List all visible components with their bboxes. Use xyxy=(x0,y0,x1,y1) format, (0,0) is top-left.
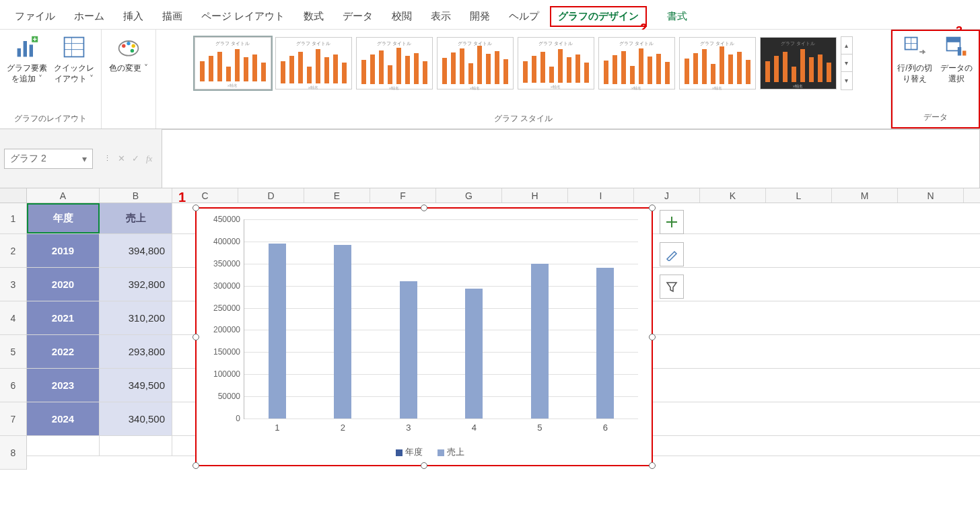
tab-file[interactable]: ファイル xyxy=(7,6,63,27)
col-header-D[interactable]: D xyxy=(238,188,304,203)
chart-bar[interactable] xyxy=(465,289,483,418)
add-chart-element-button[interactable]: グラフ要素を追加 xyxy=(7,34,47,84)
cancel-formula-button[interactable]: ✕ xyxy=(118,153,125,163)
col-header-I[interactable]: I xyxy=(568,188,634,203)
name-box[interactable]: グラフ 2▾ xyxy=(4,149,93,169)
tab-format[interactable]: 書式 xyxy=(659,6,695,27)
cell-A3[interactable]: 2020 xyxy=(27,268,100,301)
row-header-3[interactable]: 3 xyxy=(0,268,26,301)
row-header-1[interactable]: 1 xyxy=(0,203,26,234)
row-header-4[interactable]: 4 xyxy=(0,301,26,335)
switch-row-col-button[interactable]: 行/列の切り替え xyxy=(897,34,933,84)
tab-developer[interactable]: 開発 xyxy=(462,6,498,27)
group-chart-styles: グラフ タイトルx軸名グラフ タイトルx軸名グラフ タイトルx軸名グラフ タイト… xyxy=(156,30,891,129)
col-header-G[interactable]: G xyxy=(436,188,502,203)
cell-A6[interactable]: 2023 xyxy=(27,369,100,402)
select-data-icon xyxy=(943,34,970,61)
cell-A7[interactable]: 2024 xyxy=(27,402,100,435)
cell-A1[interactable]: 年度 xyxy=(27,203,100,233)
col-header-N[interactable]: N xyxy=(898,188,964,203)
x-tick: 3 xyxy=(406,423,411,433)
tab-insert[interactable]: 挿入 xyxy=(115,6,151,27)
tab-draw[interactable]: 描画 xyxy=(154,6,190,27)
chart-elements-button[interactable] xyxy=(660,210,684,234)
chart-bar[interactable] xyxy=(334,245,351,418)
confirm-formula-button[interactable]: ✓ xyxy=(132,153,139,163)
col-header-E[interactable]: E xyxy=(304,188,370,203)
row-header-8[interactable]: 8 xyxy=(0,436,26,470)
cell-A5[interactable]: 2022 xyxy=(27,335,100,368)
chart-bar[interactable] xyxy=(269,244,286,418)
col-header-F[interactable]: F xyxy=(370,188,436,203)
chart-style-thumb-8[interactable]: グラフ タイトルx軸名 xyxy=(760,37,837,89)
col-header-K[interactable]: K xyxy=(700,188,766,203)
group-data: 行/列の切り替え データの選択 データ xyxy=(891,30,980,129)
select-all-corner[interactable] xyxy=(0,188,27,203)
x-tick: 6 xyxy=(603,423,608,433)
tab-page-layout[interactable]: ページ レイアウト xyxy=(193,6,293,27)
col-header-L[interactable]: L xyxy=(766,188,832,203)
col-header-M[interactable]: M xyxy=(832,188,898,203)
group-label-data: データ xyxy=(897,109,975,127)
worksheet-grid: ABCDEFGHIJKLMN 12345678 1 年度売上2019394,80… xyxy=(0,188,980,510)
quick-layout-button[interactable]: クイックレイアウト xyxy=(54,34,94,84)
svg-rect-1 xyxy=(24,41,27,57)
tab-formulas[interactable]: 数式 xyxy=(295,6,332,27)
cell-B3[interactable]: 392,800 xyxy=(100,268,172,301)
y-tick: 0 xyxy=(236,414,240,423)
tab-chart-design[interactable]: グラフのデザイン xyxy=(550,6,647,27)
chart-filters-button[interactable] xyxy=(660,275,684,299)
tab-help[interactable]: ヘルプ xyxy=(501,6,547,27)
cell-B4[interactable]: 310,200 xyxy=(100,301,172,334)
embedded-chart[interactable]: 0500001000001500002000002500003000003500… xyxy=(195,207,653,466)
chart-styles-button[interactable] xyxy=(660,242,684,266)
row-header-2[interactable]: 2 xyxy=(0,234,26,268)
row-header-7[interactable]: 7 xyxy=(0,402,26,436)
row-header-6[interactable]: 6 xyxy=(0,369,26,402)
group-chart-layout: グラフ要素を追加 クイックレイアウト グラフのレイアウト xyxy=(0,30,102,129)
y-tick: 450000 xyxy=(213,215,240,224)
tab-view[interactable]: 表示 xyxy=(423,6,459,27)
svg-point-9 xyxy=(122,44,125,48)
row-header-5[interactable]: 5 xyxy=(0,335,26,369)
change-colors-button[interactable]: 色の変更 xyxy=(108,34,149,74)
col-header-B[interactable]: B xyxy=(100,188,172,203)
group-label-styles: グラフ スタイル xyxy=(163,110,884,129)
cell-B2[interactable]: 394,800 xyxy=(100,234,172,267)
tab-data[interactable]: データ xyxy=(335,6,381,27)
cell-B5[interactable]: 293,800 xyxy=(100,335,172,368)
quick-layout-icon xyxy=(61,34,88,61)
chart-style-thumb-6[interactable]: グラフ タイトルx軸名 xyxy=(598,37,675,89)
svg-point-10 xyxy=(127,42,130,45)
chart-bar[interactable] xyxy=(596,268,614,418)
col-header-J[interactable]: J xyxy=(634,188,700,203)
chart-style-thumb-4[interactable]: グラフ タイトルx軸名 xyxy=(437,37,514,89)
chart-style-thumb-2[interactable]: グラフ タイトルx軸名 xyxy=(275,37,352,89)
tab-home[interactable]: ホーム xyxy=(66,6,112,27)
svg-rect-18 xyxy=(958,47,961,56)
chart-styles-gallery: グラフ タイトルx軸名グラフ タイトルx軸名グラフ タイトルx軸名グラフ タイト… xyxy=(195,34,853,93)
gallery-scroll-arrows[interactable]: ▴▾▾ xyxy=(841,36,853,90)
fx-icon[interactable]: fx xyxy=(146,153,152,164)
chart-style-thumb-7[interactable]: グラフ タイトルx軸名 xyxy=(679,37,756,89)
chart-style-thumb-5[interactable]: グラフ タイトルx軸名 xyxy=(518,37,594,89)
chart-plot-area: 0500001000001500002000002500003000003500… xyxy=(244,219,638,419)
col-header-A[interactable]: A xyxy=(27,188,100,203)
cell-B6[interactable]: 349,500 xyxy=(100,369,172,402)
col-header-H[interactable]: H xyxy=(502,188,568,203)
select-data-button[interactable]: データの選択 xyxy=(938,34,975,84)
ribbon-tabs: ファイル ホーム 挿入 描画 ページ レイアウト 数式 データ 校閲 表示 開発… xyxy=(0,0,980,30)
chart-bar[interactable] xyxy=(400,281,417,418)
formula-bar[interactable] xyxy=(162,129,980,188)
cell-B1[interactable]: 売上 xyxy=(100,203,172,233)
cell-A2[interactable]: 2019 xyxy=(27,234,100,267)
x-tick: 1 xyxy=(275,423,279,433)
formula-bar-row: グラフ 2▾ ⋮ ✕ ✓ fx xyxy=(0,129,980,188)
cell-B7[interactable]: 340,500 xyxy=(100,402,172,435)
chart-style-thumb-3[interactable]: グラフ タイトルx軸名 xyxy=(356,37,433,89)
chart-bar[interactable] xyxy=(531,264,549,418)
callout-1: 1 xyxy=(178,190,186,205)
cell-A4[interactable]: 2021 xyxy=(27,301,100,334)
tab-review[interactable]: 校閲 xyxy=(384,6,420,27)
chart-style-thumb-1[interactable]: グラフ タイトルx軸名 xyxy=(195,37,271,89)
